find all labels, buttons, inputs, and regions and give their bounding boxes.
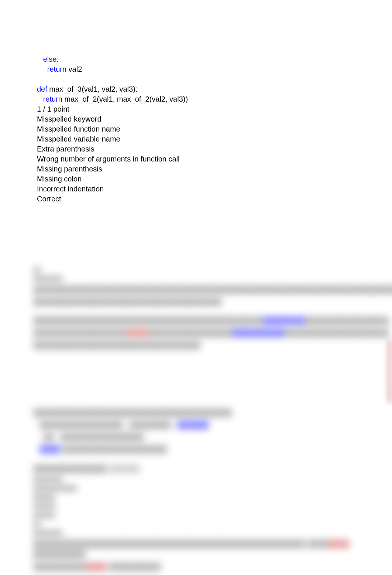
answer-option: Misspelled function name <box>37 124 392 134</box>
answer-option: Incorrect indentation <box>37 184 392 194</box>
keyword-return: return <box>47 65 66 73</box>
obscured-sidebar <box>388 340 392 403</box>
score-text: 1 / 1 point <box>37 105 392 113</box>
answer-option: Wrong number of arguments in function ca… <box>37 154 392 164</box>
answer-option: Misspelled keyword <box>37 114 392 124</box>
code-blank-line <box>37 75 39 83</box>
keyword-else: else <box>43 55 57 63</box>
answer-option: Missing colon <box>37 174 392 184</box>
code-block: else: return val2 def max_of_3(val1, val… <box>37 44 392 104</box>
code-line: return max_of_2(val1, max_of_2(val2, val… <box>37 95 188 103</box>
answer-option: Missing parenthesis <box>37 164 392 174</box>
answer-option: Extra parenthesis <box>37 144 392 154</box>
code-line: return val2 <box>37 65 82 73</box>
obscured-content: ██ ████████ ████████████████████████████… <box>33 266 354 575</box>
answer-option: Misspelled variable name <box>37 134 392 144</box>
code-line: def max_of_3(val1, val2, val3): <box>37 85 137 93</box>
answer-option: Correct <box>37 194 392 204</box>
keyword-def: def <box>37 85 47 93</box>
code-line: else: <box>37 55 59 63</box>
answer-options: Misspelled keyword Misspelled function n… <box>37 114 392 204</box>
keyword-return: return <box>43 95 62 103</box>
